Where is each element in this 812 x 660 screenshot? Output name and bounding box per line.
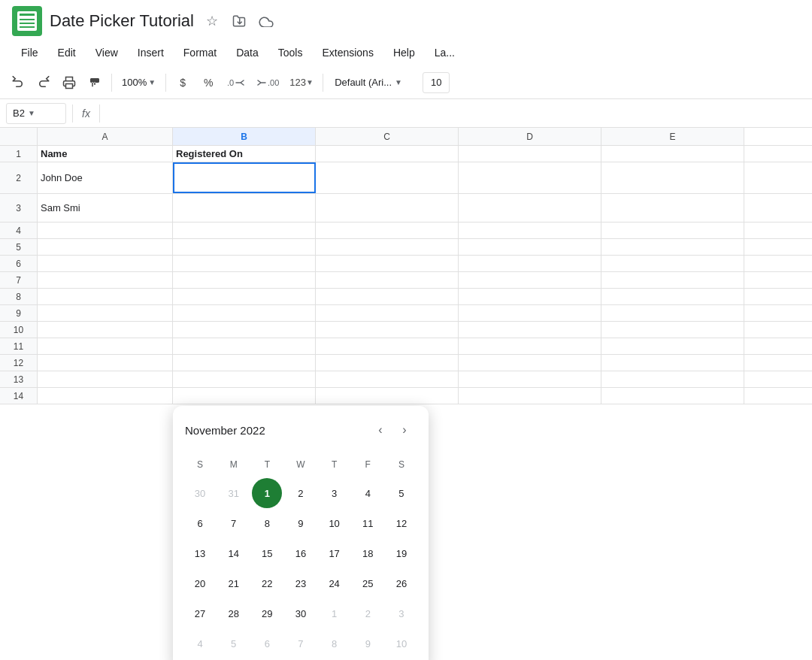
- cell-c5[interactable]: [316, 239, 459, 255]
- col-header-e[interactable]: E: [601, 128, 744, 145]
- cell-b9[interactable]: [173, 305, 316, 321]
- cal-day-2-0[interactable]: 13: [185, 538, 215, 568]
- currency-button[interactable]: $: [171, 71, 195, 95]
- cell-c11[interactable]: [316, 338, 459, 354]
- cal-day-1-4[interactable]: 10: [320, 508, 350, 538]
- cell-e10[interactable]: [601, 322, 744, 338]
- row-header-5[interactable]: 5: [0, 239, 38, 255]
- menu-file[interactable]: File: [12, 44, 47, 62]
- cell-e4[interactable]: [601, 223, 744, 238]
- row-header-12[interactable]: 12: [0, 355, 38, 371]
- col-header-a[interactable]: A: [38, 128, 173, 145]
- row-header-14[interactable]: 14: [0, 388, 38, 404]
- cell-c14[interactable]: [316, 388, 459, 404]
- menu-extensions[interactable]: Extensions: [313, 44, 382, 62]
- col-header-d[interactable]: D: [459, 128, 601, 145]
- font-family-selector[interactable]: Default (Ari... ▼: [328, 74, 418, 90]
- cal-day-3-0[interactable]: 20: [185, 568, 215, 598]
- cal-day-4-2[interactable]: 29: [252, 598, 282, 628]
- cell-a9[interactable]: [38, 305, 173, 321]
- cell-e8[interactable]: [601, 289, 744, 304]
- cell-c7[interactable]: [316, 272, 459, 288]
- cell-d10[interactable]: [459, 322, 601, 338]
- menu-view[interactable]: View: [86, 44, 127, 62]
- menu-insert[interactable]: Insert: [129, 44, 173, 62]
- print-button[interactable]: [57, 71, 81, 95]
- cal-day-1-3[interactable]: 9: [286, 508, 316, 538]
- cell-b13[interactable]: [173, 371, 316, 387]
- cell-a2[interactable]: John Doe: [38, 162, 173, 193]
- menu-help[interactable]: Help: [384, 44, 424, 62]
- cal-day-4-5[interactable]: 2: [353, 598, 383, 628]
- cal-day-5-0[interactable]: 4: [185, 628, 215, 658]
- cell-a11[interactable]: [38, 338, 173, 354]
- cal-day-2-2[interactable]: 15: [252, 538, 282, 568]
- cell-c10[interactable]: [316, 322, 459, 338]
- row-header-10[interactable]: 10: [0, 322, 38, 338]
- cal-day-3-2[interactable]: 22: [252, 568, 282, 598]
- cal-day-4-3[interactable]: 30: [286, 598, 316, 628]
- cal-day-0-2[interactable]: 1: [252, 478, 282, 508]
- cell-b8[interactable]: [173, 289, 316, 304]
- cal-day-5-3[interactable]: 7: [286, 628, 316, 658]
- row-header-6[interactable]: 6: [0, 256, 38, 271]
- cell-e9[interactable]: [601, 305, 744, 321]
- redo-button[interactable]: [32, 71, 56, 95]
- cell-a5[interactable]: [38, 239, 173, 255]
- cell-d6[interactable]: [459, 256, 601, 271]
- row-header-2[interactable]: 2: [0, 162, 38, 193]
- cell-b7[interactable]: [173, 272, 316, 288]
- row-header-4[interactable]: 4: [0, 223, 38, 238]
- folder-icon[interactable]: [229, 11, 250, 32]
- cell-a12[interactable]: [38, 355, 173, 371]
- cell-c6[interactable]: [316, 256, 459, 271]
- cell-a7[interactable]: [38, 272, 173, 288]
- cell-c4[interactable]: [316, 223, 459, 238]
- number-format-button[interactable]: 123 ▼: [285, 71, 318, 95]
- cell-d14[interactable]: [459, 388, 601, 404]
- cal-day-0-1[interactable]: 31: [219, 478, 249, 508]
- cal-day-2-1[interactable]: 14: [219, 538, 249, 568]
- cell-ref-box[interactable]: B2 ▼: [6, 103, 66, 124]
- cell-e13[interactable]: [601, 371, 744, 387]
- cell-e3[interactable]: [601, 194, 744, 222]
- cell-d4[interactable]: [459, 223, 601, 238]
- cal-day-5-6[interactable]: 10: [386, 628, 417, 658]
- cell-a13[interactable]: [38, 371, 173, 387]
- cal-day-2-5[interactable]: 18: [353, 538, 383, 568]
- cell-e6[interactable]: [601, 256, 744, 271]
- cell-e7[interactable]: [601, 272, 744, 288]
- cal-day-5-5[interactable]: 9: [353, 628, 383, 658]
- cell-a8[interactable]: [38, 289, 173, 304]
- cell-d5[interactable]: [459, 239, 601, 255]
- cell-c9[interactable]: [316, 305, 459, 321]
- cell-e14[interactable]: [601, 388, 744, 404]
- cal-day-2-6[interactable]: 19: [386, 538, 417, 568]
- cal-day-3-5[interactable]: 25: [353, 568, 383, 598]
- font-size-box[interactable]: 10: [423, 72, 450, 93]
- cell-e12[interactable]: [601, 355, 744, 371]
- percent-button[interactable]: %: [196, 71, 220, 95]
- cell-d1[interactable]: [459, 146, 601, 162]
- cell-e1[interactable]: [601, 146, 744, 162]
- cell-d9[interactable]: [459, 305, 601, 321]
- row-header-1[interactable]: 1: [0, 146, 38, 162]
- zoom-selector[interactable]: 100% ▼: [117, 74, 161, 90]
- cell-b11[interactable]: [173, 338, 316, 354]
- cell-d2[interactable]: [459, 162, 601, 193]
- row-header-7[interactable]: 7: [0, 272, 38, 288]
- cell-e11[interactable]: [601, 338, 744, 354]
- cal-day-2-3[interactable]: 16: [286, 538, 316, 568]
- star-icon[interactable]: ☆: [201, 11, 223, 32]
- menu-data[interactable]: Data: [227, 44, 268, 62]
- cell-d12[interactable]: [459, 355, 601, 371]
- cell-a3[interactable]: Sam Smi: [38, 194, 173, 222]
- menu-more[interactable]: La...: [426, 44, 464, 62]
- cal-day-4-0[interactable]: 27: [185, 598, 215, 628]
- undo-button[interactable]: [6, 71, 30, 95]
- cell-c3[interactable]: [316, 194, 459, 222]
- cal-day-3-4[interactable]: 24: [320, 568, 350, 598]
- cal-day-0-4[interactable]: 3: [320, 478, 350, 508]
- row-header-11[interactable]: 11: [0, 338, 38, 354]
- cal-day-3-3[interactable]: 23: [286, 568, 316, 598]
